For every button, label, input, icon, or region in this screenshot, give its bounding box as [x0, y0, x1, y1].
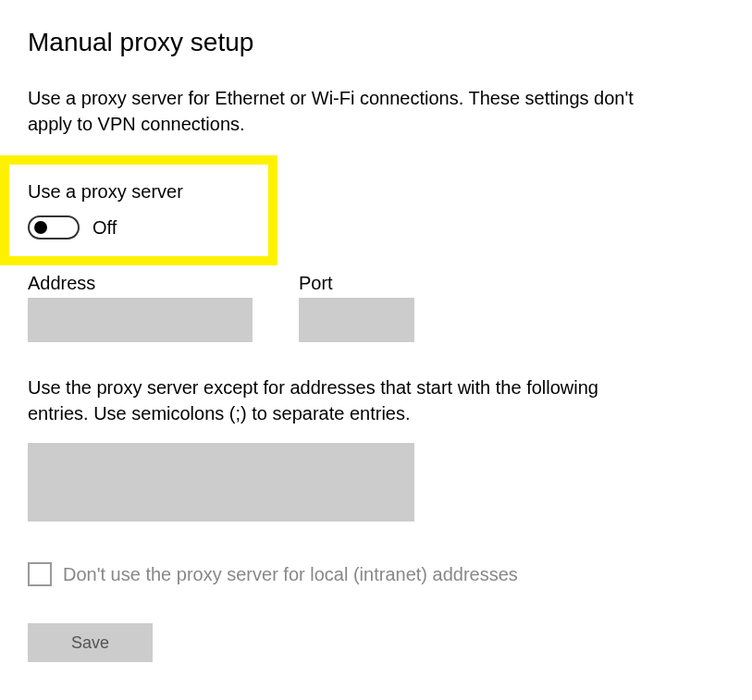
address-port-row: Address Port	[28, 273, 724, 342]
highlight-box: Use a proxy server Off	[0, 155, 277, 265]
proxy-toggle-label: Use a proxy server	[28, 181, 259, 203]
address-input[interactable]	[28, 298, 253, 342]
port-input[interactable]	[299, 298, 414, 342]
exceptions-description: Use the proxy server except for addresse…	[28, 375, 629, 426]
port-label: Port	[299, 273, 414, 294]
proxy-toggle[interactable]	[28, 215, 80, 239]
section-title: Manual proxy setup	[28, 28, 724, 57]
proxy-toggle-row: Off	[28, 215, 259, 239]
address-label: Address	[28, 273, 253, 294]
local-checkbox-label: Don't use the proxy server for local (in…	[63, 564, 518, 585]
local-checkbox[interactable]	[28, 562, 52, 586]
address-group: Address	[28, 273, 253, 342]
save-button[interactable]: Save	[28, 623, 153, 662]
toggle-knob-icon	[34, 221, 47, 234]
port-group: Port	[299, 273, 414, 342]
local-checkbox-row: Don't use the proxy server for local (in…	[28, 562, 724, 586]
proxy-toggle-state: Off	[92, 217, 117, 239]
exceptions-input[interactable]	[28, 443, 414, 522]
section-description: Use a proxy server for Ethernet or Wi-Fi…	[28, 85, 675, 137]
